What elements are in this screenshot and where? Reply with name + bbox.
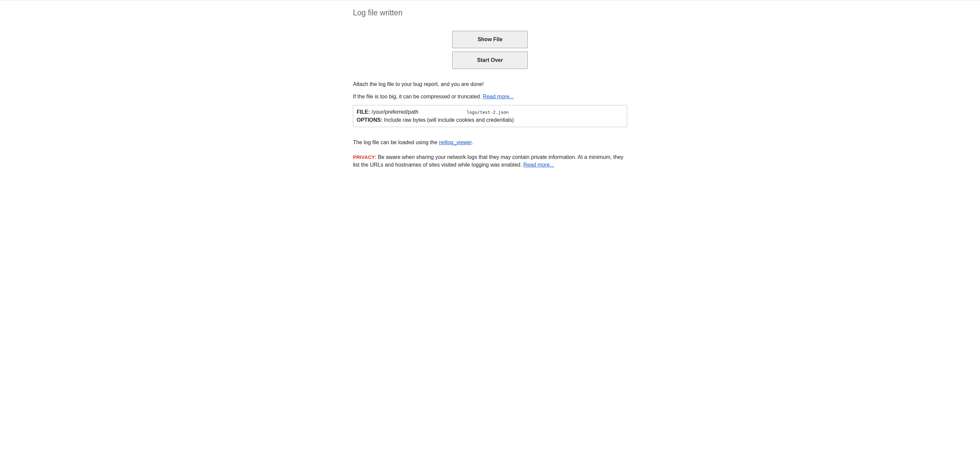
page-title: Log file written [353,8,627,18]
file-path-display: /your/preferred/path [371,109,418,115]
netlog-viewer-link[interactable]: netlog_viewer [439,139,472,145]
privacy-label: PRIVACY [353,154,375,160]
privacy-text: : Be aware when sharing your network log… [353,154,624,168]
start-over-button[interactable]: Start Over [452,51,528,69]
show-file-button[interactable]: Show File [452,31,528,48]
attach-instruction: Attach the log file to your bug report, … [353,80,627,88]
file-row: FILE: /your/preferred/path logs/test-2.j… [356,108,624,116]
file-label: FILE: [356,109,370,115]
options-label: OPTIONS: [356,117,382,123]
button-stack: Show File Start Over [353,31,627,69]
too-big-instruction: If the file is too big, it can be compre… [353,93,627,101]
options-value: Include raw bytes (will include cookies … [384,117,514,123]
file-path-mono: logs/test-2.json [466,110,508,115]
options-row: OPTIONS: Include raw bytes (will include… [356,116,624,124]
too-big-prefix: If the file is too big, it can be compre… [353,94,483,99]
viewer-prefix: The log file can be loaded using the [353,139,439,145]
privacy-paragraph: PRIVACY: Be aware when sharing your netw… [353,153,627,169]
main-container: Log file written Show File Start Over At… [353,0,627,169]
viewer-suffix: . [472,139,473,145]
read-more-privacy-link[interactable]: Read more... [523,162,554,168]
read-more-compress-link[interactable]: Read more... [483,94,514,99]
viewer-instruction: The log file can be loaded using the net… [353,139,627,146]
file-info-box: FILE: /your/preferred/path logs/test-2.j… [353,105,627,127]
